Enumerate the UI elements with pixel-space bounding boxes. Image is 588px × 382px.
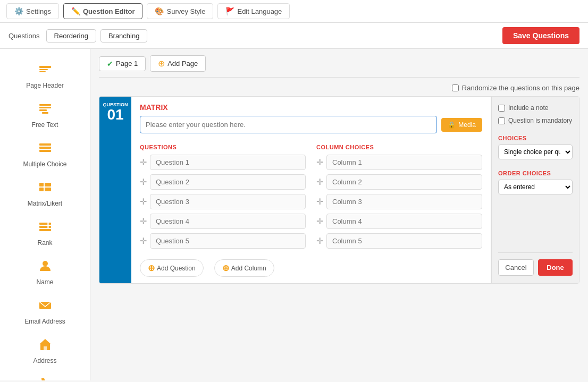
svg-rect-7	[39, 143, 51, 146]
phone-icon	[38, 376, 53, 380]
svg-point-19	[43, 261, 48, 266]
free-text-icon	[38, 101, 53, 119]
svg-rect-11	[45, 183, 51, 186]
svg-rect-17	[47, 222, 49, 225]
done-btn[interactable]: Done	[538, 259, 573, 276]
edit-language-nav-btn[interactable]: 🚩 Edit Language	[217, 3, 290, 19]
matrix-question-row-5: ✛	[140, 233, 306, 249]
sidebar-label-email-address: Email Address	[24, 318, 65, 325]
sidebar-item-multiple-choice[interactable]: Multiple Choice	[4, 135, 86, 173]
sub-navigation: Questions Reordering Branching Save Ques…	[0, 23, 588, 49]
questions-header: QUESTIONS	[140, 144, 306, 150]
page-header-icon	[38, 62, 53, 80]
page-tabs: ✔ Page 1 ⊕ Add Page	[99, 55, 579, 72]
media-btn[interactable]: 🔒 Media	[441, 118, 482, 132]
add-question-plus-icon: ⊕	[148, 263, 155, 273]
choices-section-label: CHOICES	[498, 135, 573, 141]
matrix-column-row-4: ✛	[316, 214, 482, 229]
cancel-btn[interactable]: Cancel	[498, 259, 534, 276]
sidebar-item-free-text[interactable]: Free Text	[4, 96, 86, 134]
svg-rect-22	[44, 346, 47, 350]
page-1-tab[interactable]: ✔ Page 1	[99, 56, 146, 71]
svg-rect-8	[39, 147, 51, 149]
questions-label: Questions	[9, 32, 40, 40]
question-body: MATRIX 🔒 Media QUESTIONS ✛	[131, 97, 491, 283]
column-5-input[interactable]	[326, 233, 482, 249]
drag-handle-q4[interactable]: ✛	[140, 216, 147, 226]
add-page-icon: ⊕	[158, 58, 165, 69]
drag-handle-q2[interactable]: ✛	[140, 177, 147, 187]
question-1-input[interactable]	[150, 155, 306, 170]
question-number: 01	[107, 107, 123, 122]
mandatory-checkbox[interactable]	[498, 117, 505, 124]
column-choices-header: COLUMN CHOICES	[316, 144, 482, 150]
right-panel: Include a note Question is mandatory CHO…	[491, 97, 579, 283]
drag-handle-q5[interactable]: ✛	[140, 236, 147, 246]
sidebar-item-matrix-likert[interactable]: Matrix/Likert	[4, 174, 86, 213]
save-questions-btn[interactable]: Save Questions	[502, 27, 579, 44]
matrix-question-row-3: ✛	[140, 194, 306, 209]
rank-icon	[38, 219, 53, 237]
content-area: ✔ Page 1 ⊕ Add Page Randomize the questi…	[90, 49, 588, 380]
drag-handle-q1[interactable]: ✛	[140, 157, 147, 167]
sidebar-label-address: Address	[33, 357, 56, 364]
question-5-input[interactable]	[150, 233, 306, 249]
question-3-input[interactable]	[150, 194, 306, 209]
sidebar-item-address[interactable]: Address	[4, 332, 86, 370]
question-4-input[interactable]	[150, 214, 306, 229]
add-buttons-row: ⊕ Add Question ⊕ Add Column	[140, 257, 482, 277]
randomize-row: Randomize the questions on this page	[99, 84, 579, 92]
sidebar-item-rank[interactable]: Rank	[4, 214, 86, 252]
branching-btn[interactable]: Branching	[100, 29, 148, 43]
column-2-input[interactable]	[326, 174, 482, 190]
include-note-checkbox[interactable]	[498, 105, 505, 112]
settings-nav-btn[interactable]: ⚙️ Settings	[6, 3, 59, 19]
questions-column: QUESTIONS ✛ ✛ ✛	[140, 144, 306, 253]
svg-rect-14	[39, 223, 51, 225]
email-icon	[38, 298, 53, 316]
svg-rect-5	[39, 109, 47, 111]
randomize-checkbox[interactable]	[452, 84, 459, 91]
question-text-input[interactable]	[140, 116, 437, 133]
svg-rect-13	[45, 188, 51, 191]
drag-handle-q3[interactable]: ✛	[140, 197, 147, 207]
svg-rect-9	[39, 150, 51, 152]
settings-icon: ⚙️	[14, 7, 23, 15]
check-icon: ✔	[107, 60, 113, 68]
include-note-label: Include a note	[508, 104, 548, 112]
svg-rect-12	[39, 188, 44, 191]
sidebar-item-name[interactable]: Name	[4, 253, 86, 291]
column-1-input[interactable]	[326, 155, 482, 170]
question-badge: Question 01	[99, 97, 131, 283]
svg-rect-2	[39, 71, 46, 72]
flag-icon: 🚩	[225, 7, 234, 15]
question-2-input[interactable]	[150, 174, 306, 190]
survey-style-nav-btn[interactable]: 🎨 Survey Style	[147, 3, 213, 19]
order-choices-select[interactable]: As entered Alphabetical Random	[498, 180, 573, 194]
matrix-grid: QUESTIONS ✛ ✛ ✛	[140, 140, 482, 253]
sidebar-item-phone-number[interactable]: Phone Number	[4, 371, 86, 380]
drag-handle-c1[interactable]: ✛	[316, 157, 323, 167]
question-editor-nav-btn[interactable]: ✏️ Question Editor	[63, 3, 143, 19]
sidebar-item-email-address[interactable]: Email Address	[4, 292, 86, 330]
sidebar-label-matrix-likert: Matrix/Likert	[28, 200, 62, 207]
column-4-input[interactable]	[326, 214, 482, 229]
add-page-tab[interactable]: ⊕ Add Page	[150, 55, 206, 72]
column-3-input[interactable]	[326, 194, 482, 209]
divider	[99, 77, 579, 78]
add-column-btn[interactable]: ⊕ Add Column	[214, 259, 274, 277]
add-question-btn[interactable]: ⊕ Add Question	[140, 259, 204, 277]
mandatory-label: Question is mandatory	[508, 117, 572, 124]
choices-select[interactable]: Single choice per que:	[498, 145, 573, 159]
svg-rect-4	[39, 107, 51, 108]
matrix-column-row-5: ✛	[316, 233, 482, 249]
reordering-btn[interactable]: Reordering	[46, 29, 96, 43]
matrix-column-row-2: ✛	[316, 174, 482, 190]
drag-handle-c3[interactable]: ✛	[316, 197, 323, 207]
drag-handle-c5[interactable]: ✛	[316, 236, 323, 246]
drag-handle-c2[interactable]: ✛	[316, 177, 323, 187]
sidebar-item-page-header[interactable]: Page Header	[4, 56, 86, 95]
panel-footer: Cancel Done	[498, 252, 573, 276]
add-column-plus-icon: ⊕	[222, 263, 229, 273]
drag-handle-c4[interactable]: ✛	[316, 216, 323, 226]
